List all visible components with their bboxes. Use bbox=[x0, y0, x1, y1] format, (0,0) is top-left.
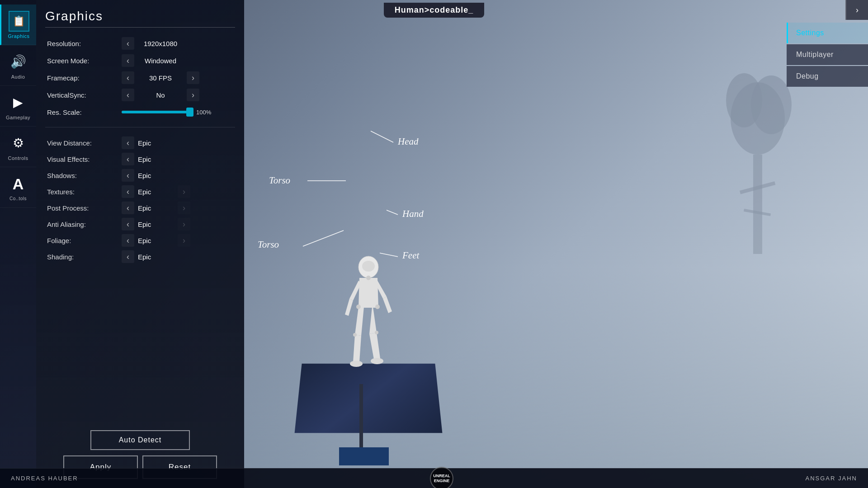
shadows-label: Shadows: bbox=[47, 172, 122, 179]
foliage-value: Epic bbox=[138, 237, 174, 244]
textures-right-btn[interactable]: › bbox=[178, 185, 190, 198]
post-process-control: ‹ Epic › bbox=[122, 202, 190, 214]
svg-text:Torso: Torso bbox=[269, 175, 290, 186]
footer-right-text: ANSGAR JAHN bbox=[806, 475, 857, 482]
sidebar-item-controls[interactable]: ⚙ Controls bbox=[0, 127, 36, 167]
framecap-row: Framecap: ‹ 30 FPS › bbox=[45, 69, 235, 86]
foliage-label: Foliage: bbox=[47, 237, 122, 244]
sidebar-item-graphics-label: Graphics bbox=[8, 33, 29, 39]
ue-logo-text: UNREALENGINE bbox=[433, 474, 450, 483]
svg-point-10 bbox=[366, 276, 371, 280]
framecap-label: Framecap: bbox=[47, 74, 122, 82]
resolution-row: Resolution: ‹ 868x488 bbox=[45, 35, 235, 52]
sidebar-item-controls-label: Controls bbox=[8, 155, 28, 161]
screen-mode-value: Windowed bbox=[138, 57, 183, 65]
right-nav-multiplayer-label: Multiplayer bbox=[796, 51, 834, 59]
foliage-row: Foliage: ‹ Epic › bbox=[45, 232, 235, 249]
framecap-left-btn[interactable]: ‹ bbox=[122, 71, 134, 84]
top-bar: Human>codeable_ › bbox=[0, 0, 868, 20]
post-process-label: Post Process: bbox=[47, 204, 122, 212]
right-nav-settings-label: Settings bbox=[796, 29, 824, 37]
post-process-value: Epic bbox=[138, 204, 174, 212]
auto-detect-button[interactable]: Auto Detect bbox=[90, 430, 190, 450]
foliage-left-btn[interactable]: ‹ bbox=[122, 234, 134, 247]
bottom-bar: ANDREAS HAUBER UNREALENGINE ANSGAR JAHN bbox=[0, 468, 868, 488]
vsync-control: ‹ No › bbox=[122, 89, 199, 101]
res-scale-label: Res. Scale: bbox=[47, 108, 122, 116]
slider-fill bbox=[122, 111, 192, 113]
font-icon: A bbox=[8, 174, 28, 194]
view-distance-control: ‹ Epic bbox=[122, 136, 174, 149]
audio-icon: 🔊 bbox=[8, 52, 28, 72]
framecap-value: 30 FPS bbox=[138, 74, 183, 82]
foliage-right-btn[interactable]: › bbox=[178, 234, 190, 247]
scene-base bbox=[339, 447, 389, 465]
logo-suffix: >codeable_ bbox=[425, 5, 474, 14]
textures-left-btn[interactable]: ‹ bbox=[122, 185, 134, 198]
slider-thumb[interactable] bbox=[186, 108, 193, 117]
sidebar-item-audio[interactable]: 🔊 Audio bbox=[0, 45, 36, 86]
resolution-left-btn[interactable]: ‹ bbox=[122, 37, 134, 50]
svg-text:Feet: Feet bbox=[402, 250, 420, 261]
visual-effects-control: ‹ Epic bbox=[122, 153, 174, 165]
anti-aliasing-label: Anti Aliasing: bbox=[47, 221, 122, 228]
anti-aliasing-right-btn[interactable]: › bbox=[178, 218, 190, 230]
svg-point-11 bbox=[356, 305, 361, 309]
sidebar-item-font[interactable]: A Co..tols bbox=[0, 167, 36, 208]
sidebar-item-gameplay[interactable]: ▶ Gameplay bbox=[0, 86, 36, 127]
vsync-right-btn[interactable]: › bbox=[187, 89, 199, 101]
right-nav-multiplayer[interactable]: Multiplayer bbox=[787, 44, 868, 65]
svg-point-8 bbox=[371, 358, 383, 364]
svg-line-21 bbox=[303, 230, 344, 246]
top-right-button[interactable]: › bbox=[845, 0, 868, 20]
svg-point-12 bbox=[375, 305, 380, 309]
view-distance-label: View Distance: bbox=[47, 139, 122, 147]
view-distance-left-btn[interactable]: ‹ bbox=[122, 136, 134, 149]
shadows-left-btn[interactable]: ‹ bbox=[122, 169, 134, 182]
resolution-value: 868x488 bbox=[138, 40, 183, 47]
sidebar-item-gameplay-label: Gameplay bbox=[6, 115, 30, 120]
screen-mode-control: ‹ Windowed bbox=[122, 54, 183, 67]
framecap-control: ‹ 30 FPS › bbox=[122, 71, 199, 84]
resolution-control: ‹ 868x488 bbox=[122, 37, 183, 50]
svg-line-19 bbox=[387, 210, 398, 215]
logo-human: Human bbox=[395, 5, 425, 14]
screen-mode-left-btn[interactable]: ‹ bbox=[122, 54, 134, 67]
arrow-right-icon: › bbox=[856, 5, 859, 15]
view-distance-row: View Distance: ‹ Epic bbox=[45, 135, 235, 151]
controls-icon: ⚙ bbox=[8, 133, 28, 154]
framecap-right-btn[interactable]: › bbox=[187, 71, 199, 84]
visual-effects-left-btn[interactable]: ‹ bbox=[122, 153, 134, 165]
settings-panel: Graphics Resolution: ‹ 868x488 Screen … bbox=[36, 0, 244, 488]
svg-line-15 bbox=[371, 131, 393, 142]
visual-effects-value: Epic bbox=[138, 155, 174, 163]
shading-value: Epic bbox=[138, 253, 174, 261]
right-nav-settings[interactable]: Settings bbox=[787, 23, 868, 43]
svg-text:Hand: Hand bbox=[402, 208, 424, 219]
post-process-left-btn[interactable]: ‹ bbox=[122, 202, 134, 214]
display-settings-section: Resolution: ‹ 868x488 Screen Mode: ‹ W… bbox=[45, 35, 235, 127]
anti-aliasing-control: ‹ Epic › bbox=[122, 218, 190, 230]
vsync-value: No bbox=[138, 91, 183, 99]
shading-label: Shading: bbox=[47, 253, 122, 261]
post-process-right-btn[interactable]: › bbox=[178, 202, 190, 214]
footer-left-text: ANDREAS HAUBER bbox=[11, 475, 78, 482]
sidebar-item-font-label: Co..tols bbox=[9, 196, 27, 201]
svg-point-7 bbox=[350, 361, 363, 367]
res-scale-row: Res. Scale: 100% bbox=[45, 103, 235, 121]
footer-center: UNREALENGINE bbox=[430, 467, 453, 488]
unreal-engine-logo: UNREALENGINE bbox=[430, 467, 453, 488]
res-scale-slider[interactable] bbox=[122, 111, 192, 113]
right-nav-debug[interactable]: Debug bbox=[787, 66, 868, 87]
textures-value: Epic bbox=[138, 188, 174, 196]
vsync-left-btn[interactable]: ‹ bbox=[122, 89, 134, 101]
foliage-control: ‹ Epic › bbox=[122, 234, 190, 247]
view-distance-value: Epic bbox=[138, 139, 174, 147]
screen-mode-label: Screen Mode: bbox=[47, 57, 122, 65]
anti-aliasing-left-btn[interactable]: ‹ bbox=[122, 218, 134, 230]
shading-control: ‹ Epic bbox=[122, 250, 174, 263]
shading-left-btn[interactable]: ‹ bbox=[122, 250, 134, 263]
svg-point-13 bbox=[353, 333, 357, 337]
screen-mode-row: Screen Mode: ‹ Windowed bbox=[45, 52, 235, 69]
svg-point-14 bbox=[375, 331, 378, 334]
